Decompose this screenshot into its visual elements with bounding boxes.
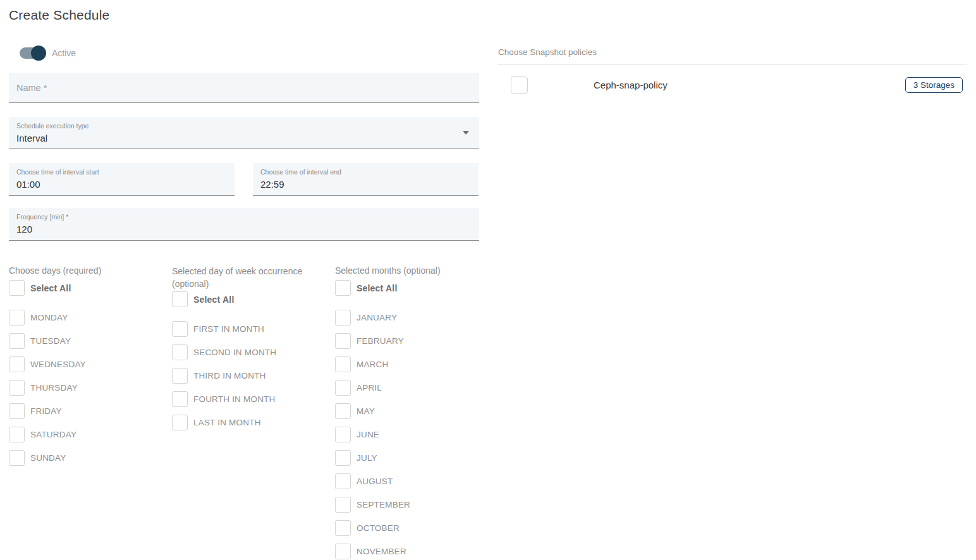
day-row-wednesday: WEDNESDAY — [9, 356, 167, 372]
day-row-saturday: SATURDAY — [9, 427, 167, 442]
checkbox-august[interactable] — [335, 473, 351, 489]
month-row-october: OCTOBER — [335, 520, 493, 536]
occurrence-row-first: FIRST IN MONTH — [172, 321, 306, 337]
checkbox-sunday[interactable] — [9, 450, 25, 466]
checkbox-monday[interactable] — [9, 310, 25, 326]
day-row-monday: MONDAY — [9, 310, 167, 326]
month-row-january: JANUARY — [335, 310, 493, 326]
chevron-down-icon — [463, 131, 469, 135]
occurrence-select-all-label: Select All — [193, 295, 235, 305]
days-select-all-checkbox[interactable] — [9, 280, 25, 296]
month-row-july: JULY — [335, 450, 493, 466]
occurrence-select-all-checkbox[interactable] — [172, 291, 188, 307]
day-row-tuesday: TUESDAY — [9, 333, 167, 349]
occurrence-row-fourth: FOURTH IN MONTH — [172, 391, 306, 407]
storages-count-button[interactable]: 3 Storages — [905, 77, 963, 93]
label-last-in-month: LAST IN MONTH — [193, 418, 261, 427]
checkbox-march[interactable] — [335, 356, 351, 372]
day-row-thursday: THURSDAY — [9, 380, 167, 396]
interval-start-label: Choose time of interval start — [16, 168, 227, 176]
month-row-february: FEBRUARY — [335, 333, 493, 349]
months-select-all-row: Select All — [335, 280, 493, 296]
active-toggle-label: Active — [52, 48, 76, 58]
label-wednesday: WEDNESDAY — [30, 360, 86, 369]
checkbox-february[interactable] — [335, 333, 351, 349]
label-sunday: SUNDAY — [30, 453, 66, 463]
occurrence-row-last: LAST IN MONTH — [172, 415, 306, 430]
snapshot-policies-header: Choose Snapshot policies — [498, 47, 967, 65]
policy-name: Ceph-snap-policy — [594, 80, 668, 90]
day-row-sunday: SUNDAY — [9, 450, 167, 466]
interval-end-field[interactable]: Choose time of interval end 22:59 — [253, 163, 479, 196]
month-row-june: JUNE — [335, 427, 493, 442]
checkbox-saturday[interactable] — [9, 427, 25, 442]
label-august: AUGUST — [357, 477, 393, 486]
occurrence-header: Selected day of week occurrence (optiona… — [172, 265, 306, 290]
label-saturday: SATURDAY — [30, 430, 76, 439]
occurrence-row-second: SECOND IN MONTH — [172, 344, 306, 360]
policy-row: Ceph-snap-policy 3 Storages — [498, 69, 967, 100]
month-row-april: APRIL — [335, 380, 493, 396]
label-october: OCTOBER — [357, 523, 400, 533]
active-toggle-row: Active — [20, 46, 76, 61]
label-first-in-month: FIRST IN MONTH — [193, 324, 264, 334]
month-row-november: NOVEMBER — [335, 544, 493, 559]
checkbox-november[interactable] — [335, 544, 351, 559]
checkbox-april[interactable] — [335, 380, 351, 396]
month-row-september: SEPTEMBER — [335, 497, 493, 513]
occurrence-row-third: THIRD IN MONTH — [172, 368, 306, 384]
occurrence-column: Selected day of week occurrence (optiona… — [172, 265, 306, 438]
label-april: APRIL — [357, 383, 382, 393]
execution-type-label: Schedule execution type — [16, 122, 472, 130]
snapshot-policies-panel: Choose Snapshot policies Ceph-snap-polic… — [498, 47, 967, 100]
choose-days-header: Choose days (required) — [9, 265, 167, 276]
months-column: Selected months (optional) Select All JA… — [335, 265, 493, 560]
checkbox-first-in-month[interactable] — [172, 321, 188, 337]
checkbox-june[interactable] — [335, 427, 351, 442]
checkbox-july[interactable] — [335, 450, 351, 466]
interval-end-value: 22:59 — [260, 178, 471, 191]
toggle-thumb — [31, 46, 46, 61]
month-row-march: MARCH — [335, 356, 493, 372]
checkbox-september[interactable] — [335, 497, 351, 513]
frequency-field[interactable]: Frequency [min] * 120 — [9, 208, 479, 241]
name-field[interactable]: Name * — [9, 73, 479, 103]
checkbox-fourth-in-month[interactable] — [172, 391, 188, 407]
label-february: FEBRUARY — [357, 336, 404, 346]
checkbox-october[interactable] — [335, 520, 351, 536]
checkbox-third-in-month[interactable] — [172, 368, 188, 384]
execution-type-select[interactable]: Schedule execution type Interval — [9, 117, 479, 149]
label-may: MAY — [357, 406, 375, 416]
interval-start-field[interactable]: Choose time of interval start 01:00 — [9, 163, 235, 196]
frequency-label: Frequency [min] * — [16, 213, 472, 221]
label-june: JUNE — [357, 430, 379, 439]
label-november: NOVEMBER — [357, 547, 406, 556]
occurrence-select-all-row: Select All — [172, 291, 306, 307]
label-january: JANUARY — [357, 313, 397, 322]
month-row-may: MAY — [335, 403, 493, 419]
label-march: MARCH — [357, 360, 389, 369]
interval-start-value: 01:00 — [16, 178, 227, 191]
checkbox-friday[interactable] — [9, 403, 25, 419]
days-select-all-label: Select All — [30, 283, 71, 293]
active-toggle[interactable] — [20, 46, 43, 61]
label-fourth-in-month: FOURTH IN MONTH — [193, 394, 276, 404]
label-second-in-month: SECOND IN MONTH — [193, 348, 276, 357]
name-field-placeholder: Name * — [16, 83, 47, 93]
page-title: Create Schedule — [9, 8, 109, 23]
checkbox-second-in-month[interactable] — [172, 344, 188, 360]
execution-type-value: Interval — [16, 131, 472, 145]
checkbox-tuesday[interactable] — [9, 333, 25, 349]
checkbox-wednesday[interactable] — [9, 356, 25, 372]
policy-checkbox[interactable] — [511, 76, 528, 94]
months-select-all-checkbox[interactable] — [335, 280, 351, 296]
checkbox-january[interactable] — [335, 310, 351, 326]
label-september: SEPTEMBER — [357, 500, 410, 509]
checkbox-thursday[interactable] — [9, 380, 25, 396]
label-friday: FRIDAY — [30, 406, 62, 416]
checkbox-last-in-month[interactable] — [172, 415, 188, 430]
label-july: JULY — [357, 453, 377, 463]
month-row-august: AUGUST — [335, 473, 493, 489]
months-header: Selected months (optional) — [335, 265, 493, 276]
checkbox-may[interactable] — [335, 403, 351, 419]
